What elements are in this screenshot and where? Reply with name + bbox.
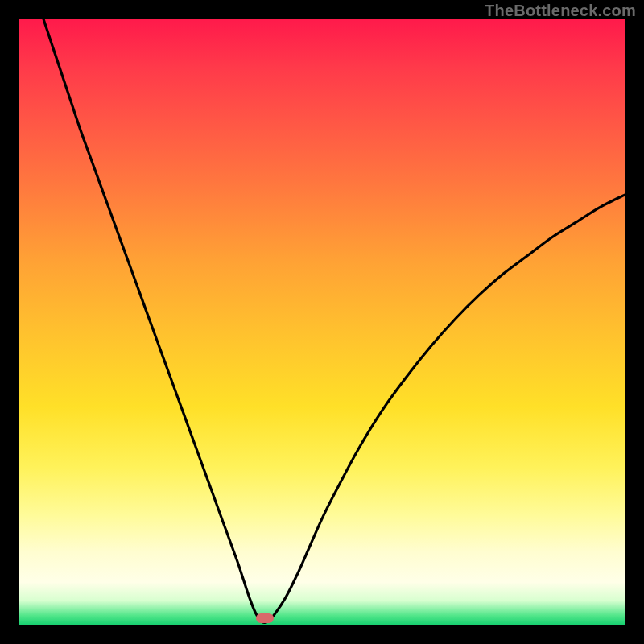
chart-frame: TheBottleneck.com (0, 0, 644, 644)
bottleneck-curve (19, 19, 625, 625)
watermark-text: TheBottleneck.com (485, 2, 636, 20)
optimum-marker (256, 613, 274, 623)
plot-area (19, 19, 625, 625)
curve-path (43, 19, 625, 623)
